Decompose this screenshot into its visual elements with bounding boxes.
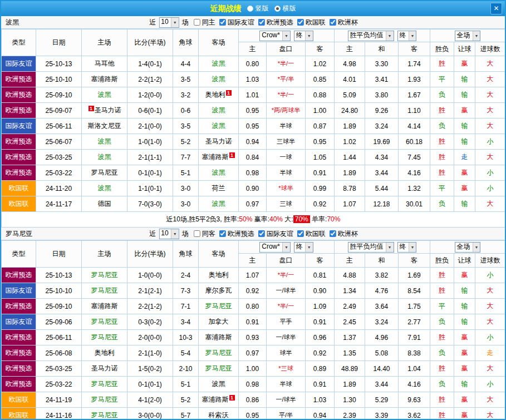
filter-checkbox[interactable] — [330, 230, 336, 237]
avg-type-select[interactable]: 胜平负均值▼ — [348, 31, 394, 41]
home-team: 奥地利 — [82, 345, 127, 361]
filter-checkbox[interactable] — [297, 230, 304, 237]
result-wdl: 胜 — [430, 56, 454, 72]
match-date: 25-09-06 — [36, 314, 82, 330]
match-row: 欧洲预选25-09-10塞浦路斯2-2(1-2)7-1罗马尼亚0.80*半/一1… — [2, 299, 505, 314]
avg-home: 1.34 — [335, 283, 365, 299]
close-button[interactable]: ✕ — [490, 3, 502, 14]
handicap: 一/球半 — [267, 330, 306, 345]
competition-badge: 欧洲预选 — [2, 377, 36, 392]
corner-count: 0-6 — [173, 103, 199, 118]
radio-vertical-layout[interactable]: 竖版 — [247, 4, 269, 13]
result-wdl: 胜 — [430, 268, 454, 283]
filter-checkbox[interactable] — [194, 19, 200, 26]
away-team: 罗马尼亚 — [199, 361, 239, 377]
match-date: 25-10-13 — [36, 56, 82, 72]
handicap: 球半 — [267, 345, 306, 361]
result-goals: 走 — [475, 345, 505, 361]
summary-segment: 赢率: — [252, 215, 269, 223]
competition-badge: 欧国联 — [2, 181, 36, 196]
filter-checkbox[interactable] — [258, 230, 265, 237]
filter-option[interactable]: 欧洲杯 — [330, 18, 358, 27]
avg-draw: 4.76 — [365, 283, 399, 299]
competition-badge: 国际友谊 — [2, 314, 36, 329]
match-score: 2-1(1-1) — [127, 150, 173, 165]
avg-draw: 5.44 — [365, 181, 399, 196]
result-goals: 小 — [475, 268, 505, 283]
filter-option[interactable]: 国际友谊 — [219, 18, 254, 27]
away-odds: 0.96 — [306, 330, 335, 345]
filter-option[interactable]: 欧洲预选 — [258, 18, 293, 27]
avg-draw: 3.24 — [365, 118, 399, 134]
result-goals: 大 — [475, 283, 505, 299]
radio-horizontal-layout[interactable]: 横版 — [274, 4, 296, 13]
odds-final-select[interactable]: 终▼ — [294, 242, 313, 253]
red-card-badge: 1 — [229, 395, 235, 401]
filter-checkbox[interactable] — [258, 19, 265, 26]
odds-source-select[interactable]: Crow*▼ — [259, 242, 291, 253]
column-header: 胜负 — [430, 254, 454, 268]
home-odds: 0.98 — [239, 165, 267, 181]
result-handicap: 赢 — [454, 56, 475, 72]
column-header: 主 — [335, 254, 365, 268]
match-date: 25-06-11 — [36, 118, 82, 134]
filter-option[interactable]: 欧洲杯 — [330, 229, 358, 239]
match-score: 2-1(0-0) — [127, 118, 173, 134]
column-header: 和 — [365, 254, 399, 268]
red-card-badge: 1 — [89, 106, 94, 111]
home-odds: 0.95 — [239, 118, 267, 134]
avg-type-select[interactable]: 胜平负均值▼ — [348, 242, 394, 253]
away-team: 波黑 — [199, 56, 239, 72]
away-team: 波黑 — [199, 196, 239, 212]
handicap: 一/球半 — [267, 283, 306, 299]
match-count-select[interactable]: 10▼ — [159, 229, 179, 239]
match-score: 0-6(0-1) — [127, 103, 173, 118]
games-label: 场 — [182, 18, 189, 27]
corner-count: 4-4 — [173, 56, 199, 72]
match-score: 2-2(1-2) — [127, 72, 173, 87]
result-handicap: 输 — [454, 118, 475, 134]
match-count-select[interactable]: 10▼ — [159, 17, 179, 28]
filter-label: 国际友谊 — [228, 18, 254, 27]
radio-button-icon — [274, 6, 281, 12]
result-goals: 大 — [475, 196, 505, 212]
filter-checkbox[interactable] — [194, 230, 200, 237]
match-score: 0-1(0-1) — [127, 377, 173, 392]
filter-option[interactable]: 同客 — [194, 229, 215, 239]
filter-option[interactable]: 同主 — [194, 18, 215, 27]
filter-option[interactable]: 国际友谊 — [258, 229, 293, 239]
column-header: 日期 — [36, 241, 82, 268]
titlebar: 近期战绩 竖版 横版 ✕ — [1, 1, 505, 16]
filter-checkbox[interactable] — [297, 19, 304, 26]
result-wdl: 胜 — [430, 103, 454, 118]
filter-checkbox[interactable] — [330, 19, 336, 26]
filter-option[interactable]: 欧国联 — [297, 229, 326, 239]
home-team: 斯洛文尼亚 — [82, 118, 127, 134]
filter-option[interactable]: 欧国联 — [297, 18, 326, 27]
scope-select[interactable]: 全场▼ — [455, 242, 481, 253]
avg-draw: 3.44 — [365, 165, 399, 181]
match-row: 欧国联24-11-20波黑1-1(0-1)3-0荷兰0.90*球半0.998.7… — [2, 181, 505, 196]
filter-checkbox[interactable] — [219, 230, 226, 237]
odds-source-select[interactable]: Crow*▼ — [259, 31, 291, 41]
home-odds: 0.86 — [239, 392, 267, 408]
avg-final-select[interactable]: 终▼ — [397, 31, 417, 41]
away-odds: 0.85 — [306, 72, 335, 87]
corner-count: 5-2 — [173, 392, 199, 408]
avg-final-select[interactable]: 终▼ — [397, 242, 417, 253]
result-goals: 大 — [475, 314, 505, 330]
corner-count: 7-7 — [173, 150, 199, 165]
competition-badge: 欧国联 — [2, 408, 36, 420]
filter-option[interactable]: 欧洲预选 — [219, 229, 254, 239]
filter-label: 国际友谊 — [267, 229, 293, 239]
match-date: 25-03-22 — [36, 165, 82, 181]
result-handicap: 赢 — [454, 408, 475, 420]
away-team: 塞浦路斯1 — [199, 150, 239, 165]
scope-select[interactable]: 全场▼ — [455, 31, 481, 41]
filter-checkbox[interactable] — [219, 19, 226, 26]
odds-final-select[interactable]: 终▼ — [294, 31, 313, 41]
result-handicap: 赢 — [454, 330, 475, 345]
away-odds: 1.00 — [306, 103, 335, 118]
competition-badge: 欧国联 — [2, 392, 36, 407]
avg-draw: 3.82 — [365, 268, 399, 283]
